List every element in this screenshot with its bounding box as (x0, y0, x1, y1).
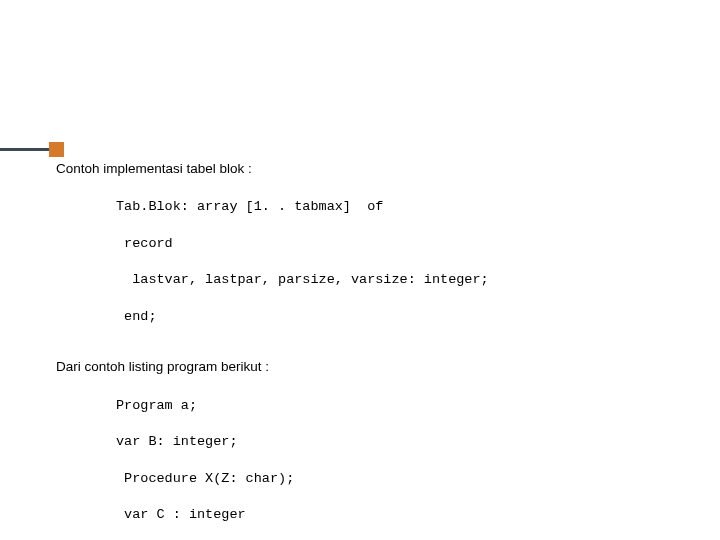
accent-square-icon (49, 142, 64, 157)
slide: Contoh implementasi tabel blok : Tab.Blo… (0, 0, 720, 540)
section2-heading: Dari contoh listing program berikut : (56, 358, 700, 376)
section1-heading: Contoh implementasi tabel blok : (56, 160, 700, 178)
content-area: Contoh implementasi tabel blok : Tab.Blo… (56, 160, 700, 540)
code-line: record (116, 235, 700, 253)
code-line: Program a; (116, 397, 700, 415)
code-line: Tab.Blok: array [1. . tabmax] of (116, 198, 700, 216)
section1-code: Tab.Blok: array [1. . tabmax] of record … (116, 180, 700, 344)
code-line: var B: integer; (116, 433, 700, 451)
code-line: lastvar, lastpar, parsize, varsize: inte… (116, 271, 700, 289)
accent-line (0, 148, 49, 151)
code-line: end; (116, 308, 700, 326)
code-line: var C : integer (116, 506, 700, 524)
code-line: Procedure X(Z: char); (116, 470, 700, 488)
section2-code: Program a; var B: integer; Procedure X(Z… (116, 378, 700, 540)
